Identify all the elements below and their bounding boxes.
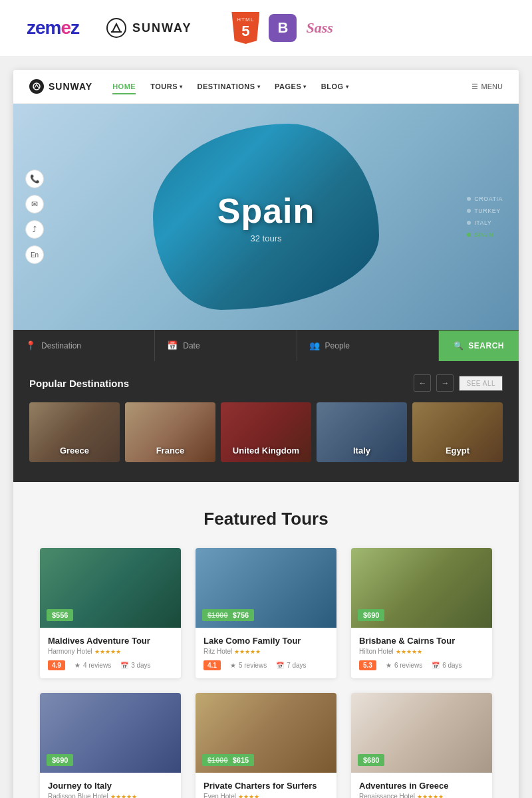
tour-name-como: Lake Como Family Tour xyxy=(203,636,329,646)
tour-hotel-italy-j: Radisson Blue Hotel ★★★★★ xyxy=(48,793,173,798)
bootstrap-badge: B xyxy=(269,14,297,42)
days-brisbane: 📅 6 days xyxy=(432,662,462,669)
tour-card-greece-adv[interactable]: $680 Adventures in Greece Renaissance Ho… xyxy=(351,693,492,798)
tour-img-brisbane: $690 xyxy=(351,548,492,628)
date-field[interactable]: 📅 Date xyxy=(155,330,297,361)
tour-meta-como: 4.1 ★ 5 reviews 📅 7 days xyxy=(203,660,329,670)
dest-card-italy[interactable]: Italy xyxy=(317,402,407,462)
rating-maldives: 4.9 xyxy=(48,660,65,670)
sunway-brand[interactable]: SUNWAY xyxy=(106,17,192,39)
phone-icon-btn[interactable]: 📞 xyxy=(25,170,44,188)
price-badge-greece-adv: $680 xyxy=(358,754,384,766)
people-field[interactable]: 👥 People xyxy=(297,330,439,361)
tour-info-brisbane: Brisbane & Cairns Tour Hilton Hotel ★★★★… xyxy=(351,628,492,678)
hero-section: 📞 ✉ ⤴ En Spain 32 tours CROATIA TURKEY xyxy=(13,104,519,330)
star-icon: ★ xyxy=(386,662,392,669)
tour-name-greece-adv: Adventures in Greece xyxy=(359,781,484,791)
dest-uk-label: United Kingdom xyxy=(221,446,311,456)
tour-hotel-greece-adv: Renaissance Hotel ★★★★★ xyxy=(359,793,484,798)
stars-surfers: ★★★★ xyxy=(238,793,259,799)
tour-info-greece-adv: Adventures in Greece Renaissance Hotel ★… xyxy=(351,773,492,798)
zemes-logo[interactable]: zemez xyxy=(27,17,79,39)
nav-pages[interactable]: PAGES ▾ xyxy=(275,82,307,90)
destination-field[interactable]: 📍 Destination xyxy=(13,330,155,361)
tours-grid: $556 Maldives Adventure Tour Harmony Hot… xyxy=(40,548,492,798)
stars-brisbane: ★★★★★ xyxy=(396,648,422,655)
reviews-maldives: ★ 4 reviews xyxy=(74,662,111,669)
nav-home[interactable]: HOME xyxy=(112,82,136,90)
destinations-grid: Greece France United Kingdom Italy Egypt xyxy=(29,402,503,462)
breadcrumb-turkey[interactable]: TURKEY xyxy=(467,207,503,214)
language-btn[interactable]: En xyxy=(25,245,44,264)
see-all-button[interactable]: SEE ALL xyxy=(459,376,503,391)
dest-italy-label: Italy xyxy=(317,446,407,456)
breadcrumb-dot xyxy=(467,197,471,201)
stars-greece-adv: ★★★★★ xyxy=(417,793,444,799)
featured-title: Featured Tours xyxy=(40,509,492,529)
tour-img-italy-journey: $690 xyxy=(40,693,181,773)
tour-info-maldives: Maldives Adventure Tour Harmony Hotel ★★… xyxy=(40,628,181,678)
location-icon: 📍 xyxy=(25,340,36,350)
hamburger-menu[interactable]: ☰ MENU xyxy=(471,82,503,91)
nav-blog[interactable]: BLOG ▾ xyxy=(321,82,348,90)
site-nav: SUNWAY HOME TOURS ▾ DESTINATIONS ▾ PAGES… xyxy=(13,70,519,104)
breadcrumb-italy[interactable]: ITALY xyxy=(467,219,503,226)
tour-card-italy-journey[interactable]: $690 Journey to Italy Radisson Blue Hote… xyxy=(40,693,181,798)
hero-subtitle: 32 tours xyxy=(251,233,282,243)
calendar-icon: 📅 xyxy=(432,662,440,669)
calendar-icon: 📅 xyxy=(120,662,128,669)
tour-card-surfers[interactable]: $1000 $615 Private Charters for Surfers … xyxy=(196,693,336,798)
dest-card-greece[interactable]: Greece xyxy=(29,402,120,462)
breadcrumb-dot xyxy=(467,221,471,225)
hero-blob: Spain 32 tours xyxy=(153,124,379,310)
tour-card-maldives[interactable]: $556 Maldives Adventure Tour Harmony Hot… xyxy=(40,548,181,678)
tour-card-como[interactable]: $1000 $756 Lake Como Family Tour Ritz Ho… xyxy=(196,548,336,678)
prev-arrow[interactable]: ← xyxy=(414,374,431,392)
search-button[interactable]: 🔍 SEARCH xyxy=(439,331,519,361)
star-icon: ★ xyxy=(230,662,236,669)
tour-name-brisbane: Brisbane & Cairns Tour xyxy=(359,636,484,646)
nav-tours[interactable]: TOURS ▾ xyxy=(150,82,182,90)
dest-greece-label: Greece xyxy=(29,446,120,456)
date-label: Date xyxy=(183,341,200,350)
destination-label: Destination xyxy=(41,341,81,350)
tour-img-como: $1000 $756 xyxy=(196,548,336,628)
hero-breadcrumb: CROATIA TURKEY ITALY SPAIN xyxy=(467,196,503,238)
popular-title: Popular Destinations xyxy=(29,378,129,389)
old-price-surfers: $1000 xyxy=(207,756,228,764)
stars-italy-j: ★★★★★ xyxy=(110,793,137,799)
next-arrow[interactable]: → xyxy=(436,374,454,392)
reviews-brisbane: ★ 6 reviews xyxy=(386,662,422,669)
share-icon-btn[interactable]: ⤴ xyxy=(25,220,44,239)
stars-como: ★★★★★ xyxy=(234,648,261,655)
site-logo[interactable]: SUNWAY xyxy=(29,79,92,94)
price-badge-como: $1000 $756 xyxy=(202,609,254,621)
menu-label: MENU xyxy=(481,82,503,90)
section-header: Popular Destinations ← → SEE ALL xyxy=(29,374,503,392)
tour-info-como: Lake Como Family Tour Ritz Hotel ★★★★★ 4… xyxy=(196,628,336,678)
email-icon-btn[interactable]: ✉ xyxy=(25,195,44,213)
breadcrumb-croatia[interactable]: CROATIA xyxy=(467,196,503,202)
dest-card-uk[interactable]: United Kingdom xyxy=(221,402,311,462)
dest-card-egypt[interactable]: Egypt xyxy=(412,402,503,462)
star-icon: ★ xyxy=(74,662,80,669)
dest-card-france[interactable]: France xyxy=(125,402,215,462)
price-badge-maldives: $556 xyxy=(47,609,73,621)
demo-site: SUNWAY HOME TOURS ▾ DESTINATIONS ▾ PAGES… xyxy=(13,70,519,798)
rating-brisbane: 5.3 xyxy=(359,660,376,670)
breadcrumb-spain[interactable]: SPAIN xyxy=(467,231,503,238)
svg-point-0 xyxy=(107,19,126,37)
hamburger-icon: ☰ xyxy=(471,82,478,91)
blog-caret: ▾ xyxy=(346,84,349,90)
nav-links: HOME TOURS ▾ DESTINATIONS ▾ PAGES ▾ BLOG… xyxy=(112,82,451,90)
logo-ship-icon xyxy=(32,82,41,91)
tour-card-brisbane[interactable]: $690 Brisbane & Cairns Tour Hilton Hotel… xyxy=(351,548,492,678)
tour-meta-maldives: 4.9 ★ 4 reviews 📅 3 days xyxy=(48,660,173,670)
search-bar: 📍 Destination 📅 Date 👥 People 🔍 SEARCH xyxy=(13,330,519,361)
site-logo-label: SUNWAY xyxy=(49,81,92,92)
days-como: 📅 7 days xyxy=(276,662,306,669)
tour-img-maldives: $556 xyxy=(40,548,181,628)
tour-info-italy-j: Journey to Italy Radisson Blue Hotel ★★★… xyxy=(40,773,181,798)
nav-destinations[interactable]: DESTINATIONS ▾ xyxy=(197,82,260,90)
destinations-caret: ▾ xyxy=(257,84,261,90)
